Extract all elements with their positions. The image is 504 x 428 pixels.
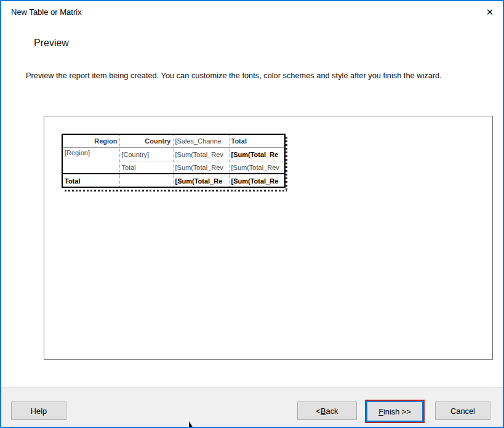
- header-cell-country: Country: [119, 134, 173, 147]
- page-title: Preview: [34, 38, 69, 49]
- page-description: Preview the report item being created. Y…: [26, 70, 458, 82]
- cell-sum-revenue-total: [Sum(Total_Re: [173, 174, 229, 187]
- cell-sum-revenue: [Sum(Total_Rev: [229, 161, 285, 174]
- header-cell-sales-channel: [Sales_Channe: [173, 134, 229, 147]
- finish-button[interactable]: Finish >>: [366, 401, 423, 422]
- cell-region-group: [Region]: [62, 147, 119, 174]
- cell-sum-revenue: [Sum(Total_Rev: [173, 147, 229, 161]
- cell-country-subtotal-label: Total: [119, 161, 173, 174]
- preview-table: Region Country [Sales_Channe Total [Regi…: [62, 134, 286, 188]
- dialog-footer: Help < Back Finish >> Cancel: [1, 387, 503, 427]
- table-total-row: Total [Sum(Total_Re [Sum(Total_Re: [62, 174, 285, 187]
- cancel-button[interactable]: Cancel: [435, 402, 490, 420]
- new-table-or-matrix-dialog: New Table or Matrix ✕ Preview Preview th…: [0, 0, 504, 428]
- cell-country-group: [Country]: [119, 147, 173, 161]
- table-row: [Region] [Country] [Sum(Total_Rev [Sum(T…: [62, 147, 285, 161]
- header-cell-total: Total: [229, 134, 285, 147]
- window-title: New Table or Matrix: [11, 7, 82, 17]
- cell-sum-revenue-total: [Sum(Total_Re: [229, 174, 285, 187]
- close-icon[interactable]: ✕: [480, 4, 500, 21]
- cell-grand-total-label: Total: [62, 174, 119, 187]
- preview-table-header-row: Region Country [Sales_Channe Total: [62, 134, 285, 147]
- cell-sum-revenue-total: [Sum(Total_Re: [229, 147, 285, 161]
- table-shadow-bottom: [65, 190, 287, 192]
- back-button[interactable]: < Back: [297, 402, 357, 420]
- help-button[interactable]: Help: [11, 402, 66, 420]
- cell-empty: [119, 174, 173, 187]
- cell-sum-revenue: [Sum(Total_Rev: [173, 161, 229, 174]
- finish-highlight-annotation: Finish >>: [365, 400, 425, 423]
- header-cell-region: Region: [62, 134, 119, 147]
- table-shadow-right: [286, 137, 287, 192]
